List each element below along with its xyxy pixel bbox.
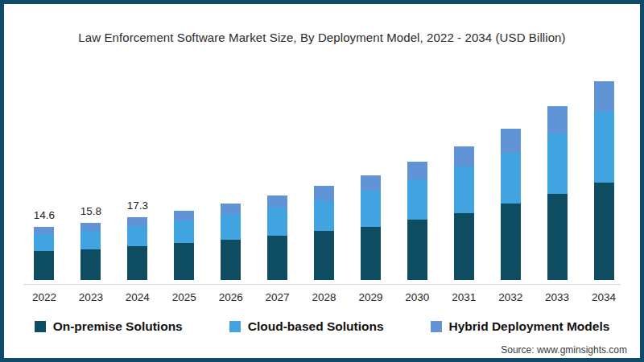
bar-segment-hybrid-deployment-models-2029 xyxy=(361,175,381,191)
bar-segment-cloud-based-solutions-2029 xyxy=(361,191,381,227)
chart-title: Law Enforcement Software Market Size, By… xyxy=(4,31,640,44)
bar-column-2034 xyxy=(580,75,627,280)
bar-column-2025 xyxy=(161,75,208,280)
x-axis-label-2027: 2027 xyxy=(254,291,301,303)
bar-2022 xyxy=(34,227,54,280)
bar-segment-cloud-based-solutions-2023 xyxy=(80,231,101,249)
bar-2026 xyxy=(221,204,241,280)
bar-segment-cloud-based-solutions-2034 xyxy=(594,112,614,182)
bar-segment-hybrid-deployment-models-2023 xyxy=(80,223,101,231)
bar-segment-cloud-based-solutions-2026 xyxy=(221,215,241,240)
bar-value-label-2024: 17.3 xyxy=(127,200,148,212)
bar-2030 xyxy=(407,162,427,280)
bar-segment-on-premise-solutions-2025 xyxy=(174,243,194,280)
bar-column-2030 xyxy=(394,75,440,280)
x-axis-label-2024: 2024 xyxy=(114,291,161,303)
bar-segment-hybrid-deployment-models-2028 xyxy=(314,186,334,200)
bar-segment-hybrid-deployment-models-2027 xyxy=(267,195,287,208)
bar-segment-cloud-based-solutions-2022 xyxy=(34,234,54,251)
bar-segment-hybrid-deployment-models-2024 xyxy=(127,217,147,226)
legend-item-cloud: Cloud-based Solutions xyxy=(229,319,384,334)
bar-column-2026 xyxy=(208,75,254,280)
bar-segment-on-premise-solutions-2027 xyxy=(267,236,287,280)
x-axis-label-2033: 2033 xyxy=(534,291,580,303)
bar-2029 xyxy=(361,175,381,280)
legend-item-on-premise: On-premise Solutions xyxy=(35,319,183,334)
x-axis-labels: 2022202320242025202620272028202920302031… xyxy=(21,291,627,303)
bar-segment-hybrid-deployment-models-2030 xyxy=(407,162,427,179)
bar-2033 xyxy=(547,106,568,280)
bar-segment-hybrid-deployment-models-2033 xyxy=(547,106,568,134)
chart-window: { "title": "Law Enforcement Software Mar… xyxy=(0,0,644,362)
bar-segment-cloud-based-solutions-2033 xyxy=(547,134,568,194)
x-axis-label-2028: 2028 xyxy=(301,291,348,303)
bar-segment-hybrid-deployment-models-2026 xyxy=(221,204,241,215)
bar-segment-cloud-based-solutions-2028 xyxy=(314,200,334,232)
x-axis-label-2032: 2032 xyxy=(487,291,534,303)
bar-segment-hybrid-deployment-models-2025 xyxy=(174,211,194,220)
bar-column-2033 xyxy=(534,75,580,280)
bar-segment-hybrid-deployment-models-2022 xyxy=(34,227,54,234)
bar-value-label-2023: 15.8 xyxy=(80,205,101,217)
bar-segment-cloud-based-solutions-2025 xyxy=(174,220,194,243)
x-axis-label-2022: 2022 xyxy=(21,291,68,303)
bar-segment-on-premise-solutions-2022 xyxy=(34,251,54,280)
bars-plot-area: 14.615.817.3 xyxy=(21,75,627,280)
x-axis-label-2025: 2025 xyxy=(161,291,208,303)
bar-column-2031 xyxy=(440,75,487,280)
bar-segment-on-premise-solutions-2029 xyxy=(361,227,381,280)
bar-column-2024: 17.3 xyxy=(114,75,161,280)
bar-segment-hybrid-deployment-models-2032 xyxy=(501,129,521,153)
bar-segment-cloud-based-solutions-2032 xyxy=(501,153,521,204)
bar-2031 xyxy=(454,146,474,280)
source-attribution: Source: www.gminsights.com xyxy=(501,344,627,356)
legend-label-on-premise: On-premise Solutions xyxy=(53,319,183,334)
on-premise-swatch-icon xyxy=(35,321,46,332)
bar-2027 xyxy=(267,195,287,280)
bar-segment-on-premise-solutions-2032 xyxy=(501,204,521,280)
bar-2028 xyxy=(314,186,334,280)
bar-2024 xyxy=(127,217,147,280)
bar-segment-on-premise-solutions-2031 xyxy=(454,213,474,280)
bar-2023 xyxy=(80,223,101,280)
bar-segment-cloud-based-solutions-2027 xyxy=(267,208,287,235)
legend-label-cloud: Cloud-based Solutions xyxy=(248,319,384,334)
bar-segment-hybrid-deployment-models-2031 xyxy=(454,146,474,167)
x-axis-label-2031: 2031 xyxy=(440,291,487,303)
bar-segment-on-premise-solutions-2023 xyxy=(80,249,101,280)
bar-segment-cloud-based-solutions-2030 xyxy=(407,179,427,220)
x-axis-label-2034: 2034 xyxy=(580,291,627,303)
bar-column-2027 xyxy=(254,75,301,280)
bar-segment-on-premise-solutions-2024 xyxy=(127,246,147,280)
x-axis-label-2030: 2030 xyxy=(394,291,440,303)
bar-segment-on-premise-solutions-2026 xyxy=(221,240,241,280)
x-axis-label-2023: 2023 xyxy=(68,291,114,303)
hybrid-swatch-icon xyxy=(431,321,442,332)
cloud-swatch-icon xyxy=(229,321,241,332)
bar-segment-cloud-based-solutions-2031 xyxy=(454,167,474,213)
bar-value-label-2022: 14.6 xyxy=(34,209,55,221)
bar-segment-hybrid-deployment-models-2034 xyxy=(594,81,614,113)
bar-column-2028 xyxy=(301,75,348,280)
bar-segment-cloud-based-solutions-2024 xyxy=(127,226,147,246)
bar-column-2029 xyxy=(347,75,394,280)
bar-segment-on-premise-solutions-2033 xyxy=(547,194,568,280)
x-axis-label-2026: 2026 xyxy=(208,291,254,303)
bar-segment-on-premise-solutions-2034 xyxy=(594,183,614,281)
bar-column-2023: 15.8 xyxy=(68,75,114,280)
bar-segment-on-premise-solutions-2028 xyxy=(314,231,334,280)
legend-item-hybrid: Hybrid Deployment Models xyxy=(431,319,610,334)
bar-column-2032 xyxy=(487,75,534,280)
bar-2034 xyxy=(594,81,614,280)
x-axis-line xyxy=(23,284,621,285)
bar-2032 xyxy=(501,129,521,280)
bar-column-2022: 14.6 xyxy=(21,75,68,280)
legend-label-hybrid: Hybrid Deployment Models xyxy=(449,319,610,334)
bar-segment-on-premise-solutions-2030 xyxy=(407,220,427,280)
bar-2025 xyxy=(174,211,194,280)
legend: On-premise Solutions Cloud-based Solutio… xyxy=(4,319,640,334)
x-axis-label-2029: 2029 xyxy=(347,291,394,303)
